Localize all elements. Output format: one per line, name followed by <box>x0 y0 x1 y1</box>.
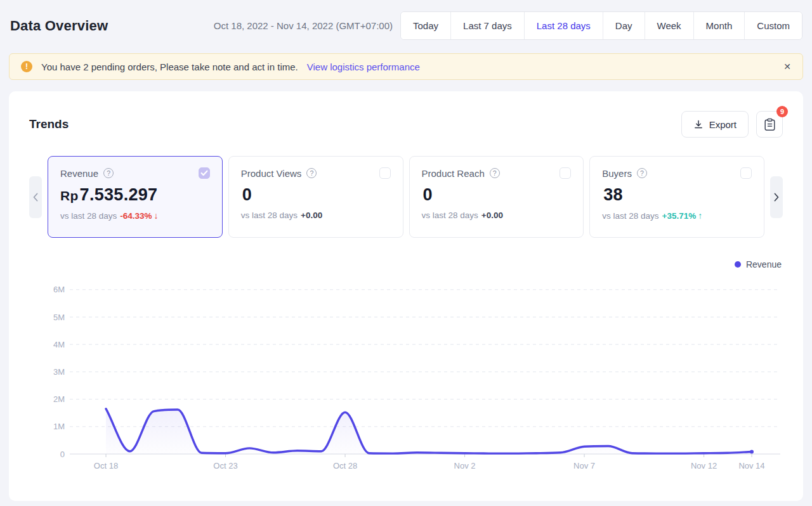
tab-last-28-days[interactable]: Last 28 days <box>524 12 603 39</box>
page-title: Data Overview <box>10 18 108 34</box>
legend-dot <box>735 261 741 268</box>
svg-text:0: 0 <box>60 450 65 459</box>
metric-checkbox[interactable] <box>740 167 752 179</box>
svg-text:Nov 2: Nov 2 <box>454 461 476 469</box>
export-button-label: Export <box>709 119 737 130</box>
metric-label: Product Views <box>241 168 302 179</box>
metric-compare: vs last 28 days +0.00 <box>241 211 391 220</box>
metric-value: 0 <box>422 185 572 205</box>
metric-compare: vs last 28 days +35.71%↑ <box>602 211 752 221</box>
trends-header: Trends Export <box>9 91 803 138</box>
help-icon[interactable]: ? <box>306 168 317 178</box>
legend-label: Revenue <box>746 259 782 269</box>
svg-text:6M: 6M <box>53 285 65 294</box>
export-button[interactable]: Export <box>681 111 749 138</box>
metric-card-revenue[interactable]: Revenue ? Rp7.535.297 vs last 28 days -6… <box>48 156 223 238</box>
logistics-performance-link[interactable]: View logistics performance <box>307 62 420 72</box>
tab-last-7-days[interactable]: Last 7 days <box>450 12 524 39</box>
help-icon[interactable]: ? <box>103 168 114 178</box>
top-bar: Data Overview Oct 18, 2022 - Nov 14, 202… <box>0 0 812 40</box>
svg-text:3M: 3M <box>53 367 65 377</box>
trends-title: Trends <box>29 117 69 131</box>
carousel-prev-button[interactable] <box>29 176 42 218</box>
metric-change: -64.33%↓ <box>120 211 158 221</box>
metric-checkbox[interactable] <box>560 167 571 179</box>
clipboard-button[interactable]: 9 <box>756 111 783 138</box>
svg-text:Oct 28: Oct 28 <box>333 461 357 469</box>
download-icon <box>693 119 704 129</box>
tab-today[interactable]: Today <box>401 12 450 39</box>
svg-text:4M: 4M <box>53 340 65 349</box>
carousel-next-button[interactable] <box>770 176 783 218</box>
metric-compare: vs last 28 days -64.33%↓ <box>60 211 210 221</box>
tab-day[interactable]: Day <box>603 12 645 39</box>
metric-label: Revenue <box>60 168 98 179</box>
date-range-tabs: Today Last 7 days Last 28 days Day Week … <box>400 11 802 40</box>
banner-text: You have 2 pending orders, Please take n… <box>41 62 298 72</box>
metric-checkbox[interactable] <box>379 167 391 179</box>
tab-month[interactable]: Month <box>693 12 745 39</box>
trend-arrow-icon: ↑ <box>698 211 702 221</box>
svg-text:Oct 18: Oct 18 <box>94 461 118 469</box>
notification-badge: 9 <box>776 106 788 117</box>
trends-actions: Export 9 <box>681 111 783 138</box>
svg-text:Nov 14: Nov 14 <box>738 461 764 469</box>
svg-text:2M: 2M <box>53 394 65 404</box>
metric-value: 0 <box>241 185 391 205</box>
pending-orders-banner: ! You have 2 pending orders, Please take… <box>9 53 803 80</box>
revenue-legend: Revenue <box>9 259 782 269</box>
metric-value: Rp7.535.297 <box>60 185 210 205</box>
help-icon[interactable]: ? <box>637 168 647 178</box>
metric-change: +0.00 <box>301 211 324 220</box>
metric-change: +35.71%↑ <box>662 211 703 221</box>
metric-label: Buyers <box>602 168 632 179</box>
clipboard-icon <box>764 118 776 131</box>
trend-arrow-icon: ↓ <box>154 211 159 221</box>
metric-card-product-reach[interactable]: Product Reach ? 0 vs last 28 days +0.00 <box>409 156 584 238</box>
svg-text:Nov 7: Nov 7 <box>573 461 595 469</box>
help-icon[interactable]: ? <box>490 168 500 178</box>
svg-text:1M: 1M <box>53 422 65 431</box>
metric-value: 38 <box>602 185 752 205</box>
banner-close-icon[interactable]: ✕ <box>783 62 791 71</box>
data-overview-page: Data Overview Oct 18, 2022 - Nov 14, 202… <box>0 0 812 506</box>
metric-compare: vs last 28 days +0.00 <box>422 211 572 220</box>
warning-icon: ! <box>21 61 32 72</box>
metric-checkbox[interactable] <box>199 167 210 179</box>
svg-text:Oct 23: Oct 23 <box>213 461 237 469</box>
metric-card-product-views[interactable]: Product Views ? 0 vs last 28 days +0.00 <box>228 156 403 238</box>
metrics-carousel: Revenue ? Rp7.535.297 vs last 28 days -6… <box>9 156 803 238</box>
tab-week[interactable]: Week <box>645 12 693 39</box>
svg-text:Nov 12: Nov 12 <box>691 461 717 469</box>
svg-text:5M: 5M <box>53 313 65 322</box>
chevron-left-icon <box>33 193 38 202</box>
chevron-right-icon <box>774 193 779 202</box>
date-range-label: Oct 18, 2022 - Nov 14, 2022 (GMT+07:00) <box>214 20 393 31</box>
revenue-trend-chart[interactable]: 01M2M3M4M5M6MOct 18Oct 23Oct 28Nov 2Nov … <box>9 279 803 472</box>
metric-label: Product Reach <box>422 168 485 179</box>
tab-custom[interactable]: Custom <box>744 12 802 39</box>
metric-change: +0.00 <box>481 211 505 220</box>
metric-card-buyers[interactable]: Buyers ? 38 vs last 28 days +35.71%↑ <box>589 156 764 238</box>
trends-section: Trends Export <box>9 91 803 501</box>
